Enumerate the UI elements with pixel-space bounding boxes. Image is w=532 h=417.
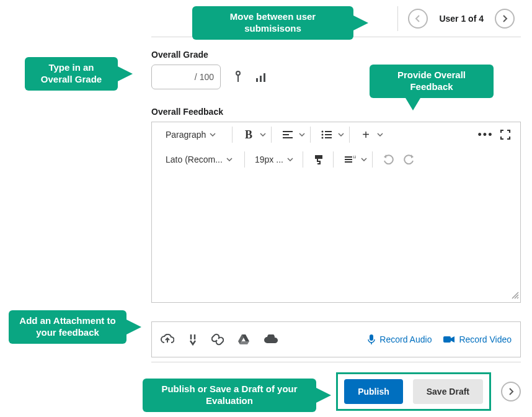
record-audio-button[interactable]: Record Audio bbox=[367, 334, 432, 345]
fullscreen-button[interactable] bbox=[497, 126, 514, 143]
grade-total: / 100 bbox=[192, 72, 214, 82]
svg-rect-14 bbox=[315, 155, 322, 159]
overall-grade-label: Overall Grade bbox=[151, 50, 521, 60]
quicklink-icon[interactable] bbox=[188, 333, 198, 346]
more-button[interactable]: ••• bbox=[477, 126, 494, 143]
font-size-select[interactable]: 19px ... bbox=[252, 153, 296, 166]
record-video-button[interactable]: Record Video bbox=[443, 334, 512, 344]
action-buttons-highlight: Publish Save Draft bbox=[336, 372, 491, 411]
svg-rect-4 bbox=[264, 73, 265, 82]
stats-icon[interactable] bbox=[255, 71, 268, 83]
svg-rect-2 bbox=[256, 78, 258, 82]
list-button[interactable] bbox=[318, 126, 335, 143]
font-label: Lato (Recom... bbox=[166, 155, 223, 164]
line-spacing-button[interactable]: 123 bbox=[341, 151, 358, 168]
rubric-icon[interactable] bbox=[233, 71, 243, 83]
user-counter: User 1 of 4 bbox=[439, 14, 484, 24]
block-format-label: Paragraph bbox=[166, 130, 206, 140]
save-draft-button[interactable]: Save Draft bbox=[413, 379, 483, 404]
attachment-bar: Record Audio Record Video bbox=[151, 321, 521, 357]
svg-rect-3 bbox=[260, 76, 262, 82]
publish-button[interactable]: Publish bbox=[344, 379, 403, 404]
feedback-textarea[interactable] bbox=[152, 172, 520, 302]
record-video-label: Record Video bbox=[459, 334, 512, 344]
redo-button[interactable] bbox=[400, 151, 417, 168]
callout-feedback: Provide Overall Feedback bbox=[370, 65, 494, 98]
font-select[interactable]: Lato (Recom... bbox=[163, 153, 235, 166]
google-drive-icon[interactable] bbox=[237, 334, 250, 345]
callout-nav: Move between user submisisons bbox=[192, 6, 353, 40]
block-format-select[interactable]: Paragraph bbox=[163, 128, 218, 141]
overall-feedback-label: Overall Feedback bbox=[151, 107, 521, 117]
format-painter-button[interactable] bbox=[311, 151, 328, 168]
svg-text:123: 123 bbox=[353, 155, 356, 159]
insert-button[interactable]: + bbox=[357, 126, 375, 143]
callout-attach: Add an Attachment to your feedback bbox=[9, 310, 126, 344]
onedrive-icon[interactable] bbox=[264, 334, 278, 344]
link-icon[interactable] bbox=[211, 333, 224, 346]
align-button[interactable] bbox=[279, 126, 296, 143]
svg-point-10 bbox=[322, 134, 324, 136]
callout-grade: Type in an Overall Grade bbox=[25, 57, 118, 91]
svg-rect-22 bbox=[370, 334, 373, 341]
svg-point-8 bbox=[322, 131, 324, 133]
prev-user-button[interactable] bbox=[408, 9, 428, 29]
svg-rect-24 bbox=[443, 336, 451, 343]
grade-input[interactable] bbox=[158, 71, 192, 83]
next-user-button[interactable] bbox=[495, 9, 515, 29]
grade-field[interactable]: / 100 bbox=[151, 65, 221, 89]
upload-icon[interactable] bbox=[161, 334, 174, 345]
next-button[interactable] bbox=[501, 382, 521, 401]
resize-handle-icon[interactable] bbox=[510, 290, 519, 301]
font-size-label: 19px ... bbox=[255, 155, 283, 164]
svg-line-21 bbox=[517, 297, 518, 298]
svg-point-0 bbox=[236, 71, 240, 75]
svg-point-12 bbox=[322, 137, 324, 139]
feedback-editor: Paragraph B + bbox=[151, 122, 521, 303]
bold-button[interactable]: B bbox=[240, 126, 257, 143]
record-audio-label: Record Audio bbox=[379, 334, 432, 344]
callout-actions: Publish or Save a Draft of your Evaluati… bbox=[143, 379, 316, 412]
undo-button[interactable] bbox=[380, 151, 397, 168]
